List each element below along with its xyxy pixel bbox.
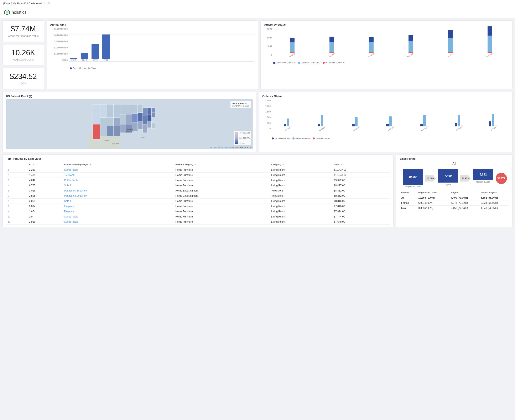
star-icon[interactable]: ☆ <box>43 2 46 5</box>
stacked-cancelled <box>329 37 334 42</box>
col-gmv: GMV ▼ <box>332 162 390 167</box>
y-label: $1,000,000.00 <box>50 53 68 55</box>
cell-id: 1,664 <box>27 209 62 214</box>
table-row: 5 3,016 Panasonic Smart TV Home Entertai… <box>6 188 390 193</box>
state-pa <box>143 108 147 116</box>
state-mo <box>126 114 132 124</box>
funnel-table-row: Female 6,901 (100%) 5,046 (73.12%) 3,834… <box>400 200 509 205</box>
legend-refunded-label: refunded Count of Id <box>326 61 344 64</box>
funnel-bar-sub: Registered Users <box>405 186 421 188</box>
legend-delivered-orders: delivered orders <box>292 137 310 140</box>
map-legend-min: 919.91 <box>239 142 250 144</box>
legend-dot <box>272 137 274 140</box>
cell-num: 6 <box>6 193 27 198</box>
funnel-table-row: Male 3,363 (100%) 2,453 (72.94%) 1,848 (… <box>400 205 509 211</box>
cell-category: Living Room <box>270 172 332 178</box>
product-link[interactable]: Sofa 1 <box>64 184 71 187</box>
cell-num: 3 <box>6 178 27 183</box>
cell-num: 8 <box>6 203 27 209</box>
legend-label: Gross Merchandise Value <box>73 67 97 69</box>
state-mi <box>138 104 143 113</box>
y-label: 0 <box>262 128 271 130</box>
dashboard: $7.74M Gross Merchandise Value 10.26K Re… <box>0 18 515 230</box>
y-label: 2,500 <box>262 99 271 102</box>
y-label: $0.00 <box>50 59 68 61</box>
cell-num: 9 <box>6 209 27 214</box>
table-row: 1 2,251 Coffee Table Home Furniture Livi… <box>6 167 390 172</box>
state-ks <box>120 114 126 124</box>
legend-dot-delivered <box>298 62 300 64</box>
ox-delivered <box>389 116 392 127</box>
funnel-cell-repeat: 5,682 (55.36%) <box>479 195 509 200</box>
annual-gmv-card: Annual GMV $5,000,000.00 $4,000,000.00 $… <box>47 20 258 90</box>
ox-label: Jan 2020 <box>285 127 291 131</box>
product-link[interactable]: Panasonic Smart TV <box>64 195 87 197</box>
refresh-icon[interactable]: ↻ <box>48 2 50 5</box>
legend-dot <box>70 67 72 69</box>
funnel-bar-sub: Repeat Buyers <box>476 181 490 183</box>
stacked-delivered <box>329 42 334 52</box>
cell-name: Sofa 1 <box>62 183 174 188</box>
funnel-bar-rect: 5,682 <box>473 169 493 180</box>
y-label: 500 <box>262 122 271 124</box>
map-container: UNITED STATES MEXICO CUBA GUATEMALA Tota… <box>6 99 253 149</box>
state-ca <box>93 124 100 139</box>
product-link[interactable]: Sofa 1 <box>64 200 71 202</box>
ox-cancelled <box>489 121 491 127</box>
product-link[interactable]: Panasonic Smart TV <box>64 189 87 192</box>
y-label: 1,000 <box>264 45 272 47</box>
map-legend-mid: 229,303.771 <box>239 137 250 139</box>
cell-parent: Home Furniture <box>174 167 270 172</box>
state-co <box>114 118 120 126</box>
legend-dot-cancelled <box>273 62 275 64</box>
cell-category: Living Room <box>270 209 332 214</box>
stacked-delivered <box>448 38 453 52</box>
map-legend-bar <box>235 132 238 144</box>
ox-refunded <box>324 126 326 127</box>
col-id: Id ▼ <box>27 162 62 167</box>
product-link[interactable]: Fireplace <box>64 205 74 208</box>
table-row: 2 1,431 TV Stand Home Furniture Living R… <box>6 172 390 178</box>
cell-parent: Home Furniture <box>174 209 270 214</box>
ox-cancelled <box>455 123 457 127</box>
cell-id: 2,065 <box>27 198 62 203</box>
product-link[interactable]: Coffee Table <box>64 220 78 223</box>
ox-refunded <box>461 126 463 127</box>
cell-gmv: $9,922.00 <box>332 178 390 183</box>
map-guatemala-label: GUATEMALA <box>112 143 121 145</box>
logo-bar: holistics <box>0 7 515 18</box>
stacked-cancelled <box>448 30 453 38</box>
cell-id: 3,016 <box>27 188 62 193</box>
funnel-bar-rect: 10,264 <box>403 169 423 185</box>
product-link[interactable]: Coffee Table <box>64 168 78 171</box>
stacked-refunded <box>448 52 453 53</box>
map-info-title: Total Sales ($) <box>232 102 249 105</box>
y-label: 2,000 <box>262 105 271 107</box>
product-link[interactable]: Coffee Table <box>64 179 78 182</box>
product-link[interactable]: Coffee Table <box>64 215 78 218</box>
cell-gmv: $7,824.00 <box>332 209 390 214</box>
cell-parent: Home Furniture <box>174 178 270 183</box>
sales-funnel-title: Sales Funnel <box>400 157 509 160</box>
stacked-delivered <box>488 36 492 52</box>
cell-name: Panasonic Smart TV <box>62 193 174 198</box>
osm-link[interactable]: OpenStreetMap <box>220 146 233 149</box>
funnel-col-repeat: Repeat Buyers <box>479 190 509 195</box>
map-us-label: UNITED <box>126 128 133 131</box>
leaflet-link[interactable]: Leaflet <box>211 146 216 149</box>
product-link[interactable]: TV Stand <box>64 174 75 177</box>
legend-gmv: Gross Merchandise Value <box>70 67 97 69</box>
state-nd <box>120 104 126 114</box>
state-sc <box>147 121 151 128</box>
product-link[interactable]: Fireplace <box>64 210 74 213</box>
state-il <box>132 113 138 123</box>
state-oh <box>138 113 143 121</box>
state-nm <box>107 126 114 136</box>
legend-refunded-label: refunded orders <box>316 137 331 140</box>
holistics-logo-icon <box>4 9 10 15</box>
ox-delivered <box>287 119 289 127</box>
cell-name: Fireplace <box>62 203 174 209</box>
x-label: Mar 2020 <box>368 52 375 58</box>
x-label: Jul 2020 <box>447 53 454 58</box>
funnel-bar-1: 10,264 Registered Users <box>402 169 424 188</box>
